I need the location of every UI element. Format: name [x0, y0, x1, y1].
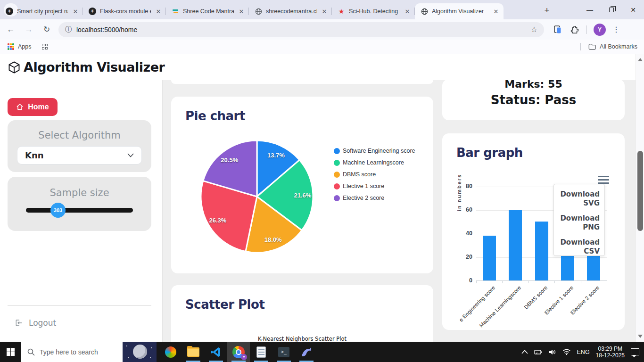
- bookmark-star-icon[interactable]: ☆: [531, 25, 537, 34]
- legend-item[interactable]: Software Engineering score: [334, 148, 415, 154]
- bar[interactable]: [535, 222, 548, 280]
- x-axis-tick-label: Elective 2 score: [546, 285, 601, 339]
- new-tab-button[interactable]: +: [540, 4, 553, 17]
- taskbar-search[interactable]: [21, 342, 157, 362]
- site-icon: [172, 8, 179, 15]
- chrome-icon[interactable]: Y: [227, 342, 250, 362]
- battery-icon[interactable]: [534, 349, 542, 355]
- tab-close-icon[interactable]: ✕: [404, 8, 411, 15]
- address-bar[interactable]: ⓘ localhost:5000/home ☆: [58, 22, 544, 37]
- window-controls: — ✕: [579, 0, 644, 19]
- tab-close-icon[interactable]: ✕: [72, 8, 79, 15]
- download-png-item[interactable]: Download PNG: [559, 214, 600, 232]
- copilot-icon[interactable]: [159, 342, 182, 362]
- tab-close-icon[interactable]: ✕: [492, 8, 500, 15]
- logout-button[interactable]: Logout: [14, 318, 56, 328]
- scrolled-card-edge: [171, 80, 433, 84]
- tab-scihub[interactable]: ★ Sci-Hub. Detecting hi ✕: [332, 3, 415, 19]
- pie-chart-title: Pie chart: [185, 109, 245, 123]
- logout-icon: [14, 319, 23, 327]
- download-menu: Download SVG Download PNG Download CSV: [553, 184, 605, 256]
- legend-item[interactable]: Elective 2 score: [334, 195, 415, 201]
- x-axis-tick: [607, 281, 607, 283]
- sidebar-divider: [8, 305, 151, 306]
- slider-thumb[interactable]: 303: [50, 203, 66, 218]
- y-axis-tick-label: 80: [459, 183, 472, 189]
- back-icon[interactable]: ←: [4, 23, 18, 37]
- vscode-icon[interactable]: [205, 342, 227, 362]
- scrollbar-thumb[interactable]: [637, 151, 643, 231]
- tab-close-icon[interactable]: ✕: [321, 8, 328, 15]
- legend-item[interactable]: Elective 1 score: [334, 183, 415, 189]
- clock[interactable]: 03:29 PM 18-12-2025: [596, 346, 625, 359]
- taskbar-icons: Y >_: [159, 342, 318, 362]
- y-axis-tick-label: 60: [459, 206, 472, 213]
- extensions-icon[interactable]: [570, 25, 580, 35]
- chart-menu-icon[interactable]: [598, 176, 609, 184]
- terminal-icon[interactable]: >_: [272, 342, 295, 362]
- side-panel-icon[interactable]: [553, 25, 563, 35]
- y-axis-tick-label: 40: [459, 230, 472, 237]
- tab-shreecodemantra[interactable]: shreecodemantra.clo ✕: [249, 3, 332, 19]
- x-axis-tick: [476, 281, 477, 283]
- notification-center-icon[interactable]: [631, 348, 639, 355]
- tab-title: shreecodemantra.clo: [266, 8, 317, 15]
- tray-chevron-icon[interactable]: [521, 350, 528, 354]
- notepad-icon[interactable]: [250, 342, 272, 362]
- chatgpt-icon: ✳: [89, 8, 96, 15]
- forward-icon[interactable]: →: [22, 23, 36, 37]
- download-svg-item[interactable]: Download SVG: [559, 190, 600, 208]
- volume-icon[interactable]: [548, 349, 556, 355]
- pie-legend: Software Engineering scoreMachine Learni…: [334, 148, 415, 206]
- download-csv-item[interactable]: Download CSV: [559, 238, 600, 256]
- start-button[interactable]: [0, 342, 21, 362]
- sidebar: Home Select Algorithm Knn Sample size 30…: [0, 80, 163, 342]
- reload-icon[interactable]: ↻: [40, 23, 54, 37]
- legend-label: Machine Learningscore: [343, 159, 404, 166]
- x-axis-tick-label: e Engineering score: [442, 285, 496, 339]
- tab-smart-city[interactable]: ✳ Smart city project nam ✕: [0, 3, 83, 19]
- status-text: Status: Pass: [442, 93, 625, 107]
- file-explorer-icon[interactable]: [182, 342, 205, 362]
- x-axis-tick: [581, 281, 581, 283]
- bar[interactable]: [483, 236, 496, 280]
- mysql-dolphin-icon[interactable]: [295, 342, 318, 362]
- search-highlight-image[interactable]: [123, 342, 157, 362]
- y-axis-tick-label: 0: [459, 277, 472, 284]
- apps-bookmark[interactable]: Apps: [18, 43, 32, 50]
- browser-toolbar: ← → ↻ ⓘ localhost:5000/home ☆ Y ⋮: [0, 19, 644, 40]
- algorithm-select[interactable]: Knn: [17, 146, 142, 165]
- tab-close-icon[interactable]: ✕: [155, 8, 162, 15]
- time-text: 03:29 PM: [596, 346, 625, 352]
- home-button[interactable]: Home: [8, 98, 58, 116]
- window-minimize-button[interactable]: —: [579, 0, 601, 19]
- bookmarks-bar: Apps All Bookmarks: [0, 40, 644, 54]
- tab-close-icon[interactable]: ✕: [238, 8, 245, 15]
- window-restore-button[interactable]: [601, 0, 622, 19]
- bar[interactable]: [509, 210, 522, 280]
- search-icon: [27, 348, 35, 356]
- legend-color-dot: [334, 183, 340, 189]
- cube-logo-icon: [8, 61, 21, 74]
- tab-flask-cors[interactable]: ✳ Flask-cors module err ✕: [83, 3, 166, 19]
- tab-groups-icon[interactable]: [42, 44, 48, 50]
- apps-grid-icon[interactable]: [8, 43, 14, 50]
- wifi-icon[interactable]: [562, 349, 571, 355]
- scatter-plot-title: Scatter Plot: [185, 297, 264, 312]
- legend-item[interactable]: DBMS score: [334, 171, 415, 178]
- tab-shree-code-mantra[interactable]: Shree Code Mantra - ✕: [166, 3, 249, 19]
- sample-size-slider[interactable]: 303: [26, 208, 133, 213]
- profile-avatar[interactable]: Y: [594, 24, 606, 36]
- page-scrollbar[interactable]: [636, 54, 644, 342]
- legend-label: Elective 1 score: [343, 183, 384, 189]
- tab-algorithm-visualizer[interactable]: Algorithm Visualizer ✕: [415, 3, 504, 19]
- url-text[interactable]: localhost:5000/home: [76, 26, 526, 33]
- legend-item[interactable]: Machine Learningscore: [334, 159, 415, 166]
- window-close-button[interactable]: ✕: [622, 0, 644, 19]
- all-bookmarks[interactable]: All Bookmarks: [580, 43, 637, 50]
- page-info-icon[interactable]: ⓘ: [65, 25, 72, 34]
- language-indicator[interactable]: ENG: [577, 349, 590, 355]
- scroll-up-icon[interactable]: [638, 58, 643, 61]
- browser-menu-icon[interactable]: ⋮: [612, 25, 620, 34]
- scroll-down-icon[interactable]: [638, 335, 643, 338]
